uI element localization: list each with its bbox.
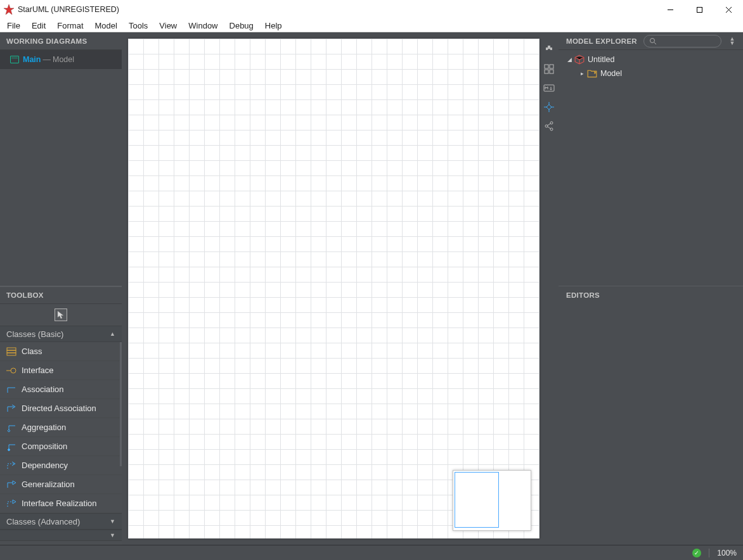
share-icon[interactable]	[543, 120, 555, 132]
aggregation-icon	[6, 423, 16, 432]
menu-tools[interactable]: Tools	[123, 20, 153, 31]
menu-help[interactable]: Help	[259, 20, 288, 31]
diagram-list: Main — Model	[0, 50, 122, 286]
project-icon	[574, 55, 585, 64]
minimap-viewport[interactable]	[455, 472, 499, 528]
explorer-sort-toggle[interactable]: ▲▼	[728, 37, 737, 46]
tool-aggregation[interactable]: Aggregation	[0, 418, 122, 437]
svg-marker-13	[13, 500, 16, 504]
tool-generalization[interactable]: Generalization	[0, 475, 122, 494]
tool-association[interactable]: Association	[0, 380, 122, 399]
menubar: File Edit Format Model Tools View Window…	[0, 19, 743, 32]
left-column: WORKING DIAGRAMS Main — Model TOOLBOX Cl…	[0, 32, 122, 545]
tree-item-model[interactable]: ▸ Model	[559, 67, 743, 80]
toolbox-panel: TOOLBOX Classes (Basic) ▲ Class Interfac…	[0, 286, 122, 545]
menu-edit[interactable]: Edit	[26, 20, 51, 31]
model-explorer-header: MODEL EXPLORER ▲▼	[559, 32, 743, 50]
menu-debug[interactable]: Debug	[224, 20, 259, 31]
tree-item-label: Model	[600, 69, 622, 78]
interface-realization-icon	[6, 499, 16, 508]
tree-root-label: Untitled	[588, 55, 614, 64]
tool-interface-realization[interactable]: Interface Realization	[0, 494, 122, 513]
tree-expand-icon[interactable]: ◢	[566, 56, 572, 63]
canvas-tool-rail	[539, 39, 559, 538]
svg-rect-16	[545, 70, 548, 73]
crosshair-icon[interactable]	[543, 101, 555, 113]
toolbox-section-advanced-label: Classes (Advanced)	[6, 517, 80, 526]
svg-rect-2	[697, 7, 702, 12]
titlebar: StarUML (UNREGISTERED)	[0, 0, 743, 19]
generalization-icon	[6, 480, 16, 489]
menu-view[interactable]: View	[153, 20, 183, 31]
tool-composition[interactable]: Composition	[0, 437, 122, 456]
svg-rect-15	[550, 65, 553, 68]
right-column: MODEL EXPLORER ▲▼ ◢ Untitled ▸ Model	[559, 32, 743, 545]
tool-label: Directed Association	[22, 404, 96, 413]
working-diagrams-header: WORKING DIAGRAMS	[0, 32, 122, 50]
extension-icon[interactable]	[543, 44, 555, 56]
diagram-item-sep: —	[42, 55, 51, 64]
menu-file[interactable]: File	[1, 20, 26, 31]
tool-label: Generalization	[22, 480, 75, 489]
menu-window[interactable]: Window	[183, 20, 223, 31]
tree-root-untitled[interactable]: ◢ Untitled	[559, 53, 743, 67]
minimap[interactable]	[453, 470, 531, 531]
svg-point-25	[650, 38, 654, 42]
expand-icon: ▼	[110, 532, 115, 538]
svg-rect-17	[550, 70, 553, 73]
toolbox-section-advanced[interactable]: Classes (Advanced) ▼	[0, 513, 122, 530]
interface-icon	[6, 366, 16, 375]
svg-rect-5	[7, 348, 16, 350]
window-maximize-button[interactable]	[685, 0, 714, 19]
tool-dependency[interactable]: Dependency	[0, 456, 122, 475]
tree-expand-icon[interactable]: ▸	[579, 70, 585, 77]
layout-grid-icon[interactable]	[543, 63, 555, 75]
toolbox-section-basic[interactable]: Classes (Basic) ▲	[0, 326, 122, 342]
svg-marker-12	[13, 481, 16, 485]
app-logo-icon	[4, 4, 14, 15]
svg-rect-14	[545, 65, 548, 68]
svg-rect-7	[7, 353, 16, 355]
diagram-item-model: Model	[53, 55, 74, 64]
editors-panel: EDITORS	[559, 286, 743, 545]
diagram-item-main[interactable]: Main — Model	[0, 50, 122, 69]
svg-line-23	[548, 124, 551, 125]
association-icon	[6, 385, 16, 394]
zoom-level[interactable]: 100%	[717, 549, 737, 557]
search-icon	[649, 37, 657, 45]
explorer-tree: ◢ Untitled ▸ Model	[559, 50, 743, 83]
tool-directed-association[interactable]: Directed Association	[0, 399, 122, 418]
explorer-search-input[interactable]	[643, 35, 721, 48]
toolbox-section-basic-label: Classes (Basic)	[6, 329, 63, 339]
toolbox-items: Class Interface Association Directed Ass…	[0, 342, 122, 513]
window-minimize-button[interactable]	[656, 0, 685, 19]
svg-point-9	[11, 368, 16, 373]
toolbox-section-extra[interactable]: ▼	[0, 530, 122, 541]
status-divider	[709, 549, 709, 557]
tool-label: Interface	[22, 366, 54, 375]
window-close-button[interactable]	[714, 0, 743, 19]
status-ok-icon[interactable]: ✓	[692, 549, 701, 557]
menu-format[interactable]: Format	[51, 20, 89, 31]
dependency-icon	[6, 461, 16, 470]
toolbox-header: TOOLBOX	[0, 286, 122, 304]
editors-header: EDITORS	[559, 286, 743, 304]
class-icon	[6, 347, 16, 356]
tool-label: Association	[22, 385, 63, 394]
tool-class[interactable]: Class	[0, 342, 122, 361]
tool-label: Aggregation	[22, 423, 66, 432]
markdown-icon[interactable]	[543, 82, 555, 94]
select-tool[interactable]	[55, 309, 67, 321]
diagram-canvas[interactable]	[128, 39, 539, 538]
toolbox-selector-row	[0, 304, 122, 326]
svg-marker-19	[546, 105, 552, 110]
svg-line-24	[548, 127, 551, 129]
menu-model[interactable]: Model	[89, 20, 123, 31]
statusbar: ✓ 100%	[0, 545, 743, 560]
workspace: WORKING DIAGRAMS Main — Model TOOLBOX Cl…	[0, 32, 743, 545]
tool-label: Dependency	[22, 461, 68, 470]
collapse-icon: ▲	[110, 331, 115, 337]
tool-interface[interactable]: Interface	[0, 361, 122, 380]
diagram-icon	[10, 56, 19, 63]
center-column	[122, 32, 559, 545]
